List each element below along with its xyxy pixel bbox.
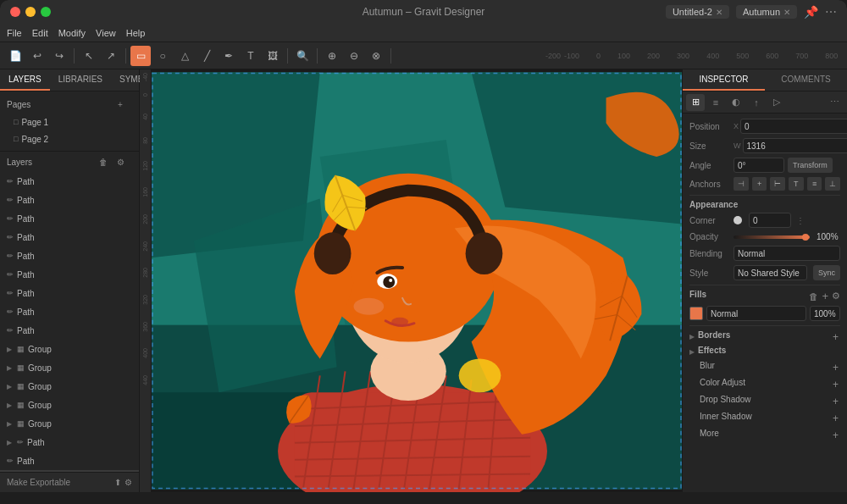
fill-color-swatch[interactable] [689,307,703,320]
export-icon-tab[interactable]: ↑ [747,94,766,111]
anchor-left-icon[interactable]: ⊣ [734,177,749,191]
redo-button[interactable]: ↪ [49,46,69,66]
line-tool[interactable]: ╱ [197,46,217,66]
transform-button[interactable]: Transform [788,158,833,173]
direct-select-tool[interactable]: ↗ [101,46,121,66]
menu-file[interactable]: File [7,28,22,38]
style-select[interactable]: No Shared Style [734,265,807,280]
image-tool[interactable]: 🖼 [263,46,283,66]
ellipse-tool[interactable]: ○ [152,46,173,66]
user-tab[interactable]: Autumun ✕ [736,5,797,19]
align-icon-tab[interactable]: ⊞ [686,94,705,111]
add-color-adjust-icon[interactable]: + [831,379,840,390]
add-drop-shadow-icon[interactable]: + [831,396,840,407]
layer-path-1[interactable]: ✏ Path [0,172,139,191]
fill-opacity-input[interactable] [810,306,840,321]
prototype-icon-tab[interactable]: ▷ [767,94,786,111]
expand-icon-4[interactable]: ▶ [7,402,15,409]
page-2-item[interactable]: □ Page 2 [0,130,139,147]
minimize-button[interactable] [25,7,36,17]
delete-fill-icon[interactable]: 🗑 [809,291,818,302]
angle-input[interactable] [734,158,784,173]
expand-icon-6[interactable]: ▶ [7,439,15,446]
add-border-icon[interactable]: + [831,331,840,343]
boolean-subtract[interactable]: ⊖ [344,46,364,66]
layer-path-3[interactable]: ✏ Path [0,209,139,228]
export-icon[interactable]: ⬆ [114,478,121,487]
layer-group-4[interactable]: ▶ ▦ Group [0,396,139,414]
expand-icon-5[interactable]: ▶ [7,420,15,428]
anchor-top-icon[interactable]: T [789,177,804,191]
add-fill-icon[interactable]: + [822,290,828,302]
close-button[interactable] [10,7,20,17]
user-tab-close-icon[interactable]: ✕ [783,8,790,17]
boolean-union[interactable]: ⊕ [322,46,342,66]
tab-layers[interactable]: LAYERS [0,69,50,91]
tab-inspector[interactable]: INSPECTOR [683,69,765,91]
anchor-bottom-icon[interactable]: ⊥ [825,177,840,191]
anchor-hcenter-icon[interactable]: + [752,177,767,191]
blending-select[interactable]: Normal [734,246,840,261]
opacity-slider[interactable] [734,235,810,239]
menu-modify[interactable]: Modify [58,28,86,38]
boolean-intersect[interactable]: ⊗ [366,46,386,66]
add-page-icon[interactable]: + [113,97,127,111]
layer-group-3[interactable]: ▶ ▦ Group [0,377,139,396]
add-blur-icon[interactable]: + [831,362,840,374]
fill-type-select[interactable]: Normal [706,306,806,321]
layer-path-11[interactable]: ✏ Path [0,451,139,470]
fill-settings-icon[interactable]: ⚙ [832,291,840,302]
layer-settings-icon[interactable]: ⚙ [113,155,127,169]
canvas-content[interactable] [152,69,682,492]
menu-help[interactable]: Help [126,28,146,38]
tab-libraries[interactable]: LIBRARIES [50,69,111,91]
x-input[interactable] [740,119,847,134]
anchor-vcenter-icon[interactable]: ≡ [807,177,822,191]
pen-tool[interactable]: ✒ [219,46,239,66]
make-exportable-label[interactable]: Make Exportable [7,478,70,487]
layer-group-2[interactable]: ▶ ▦ Group [0,358,139,377]
layer-path-7[interactable]: ✏ Path [0,284,139,302]
layer-group-5[interactable]: ▶ ▦ Group [0,414,139,433]
layer-path-5[interactable]: ✏ Path [0,246,139,265]
tab-close-icon[interactable]: ✕ [716,8,722,17]
pin-icon[interactable]: 📌 [804,5,818,19]
layer-path-8[interactable]: ✏ Path [0,302,139,321]
layer-path-6[interactable]: ✏ Path [0,265,139,284]
expand-icon-3[interactable]: ▶ [7,383,15,390]
settings-bottom-icon[interactable]: ⚙ [125,478,132,487]
more-inspector-icon[interactable]: ⋯ [825,94,844,111]
sync-button[interactable]: Sync [813,265,840,280]
borders-toggle[interactable]: ▶ Borders + [689,330,840,343]
layer-group-1[interactable]: ▶ ▦ Group [0,340,139,358]
layer-path-2[interactable]: ✏ Path [0,191,139,209]
polygon-tool[interactable]: △ [174,46,195,66]
maximize-button[interactable] [41,7,51,17]
more-icon[interactable]: ⋯ [825,5,837,19]
width-input[interactable] [743,138,848,153]
style-icon-tab[interactable]: ◐ [727,94,745,111]
expand-icon-1[interactable]: ▶ [7,346,15,353]
undo-button[interactable]: ↩ [27,46,47,66]
rectangle-tool[interactable]: ▭ [130,46,151,66]
page-1-item[interactable]: □ Page 1 [0,114,139,130]
menu-view[interactable]: View [96,28,116,38]
add-more-icon[interactable]: + [831,429,840,441]
anchor-right-icon[interactable]: ⊢ [770,177,785,191]
layer-path-10[interactable]: ▶ ✏ Path [0,433,139,451]
arrange-icon-tab[interactable]: ≡ [706,94,725,111]
expand-icon-2[interactable]: ▶ [7,364,15,372]
text-tool[interactable]: T [241,46,261,66]
effects-toggle[interactable]: ▶ Effects [689,346,840,358]
corner-options-icon[interactable]: ⋮ [796,216,805,225]
layer-path-4[interactable]: ✏ Path [0,228,139,246]
new-doc-button[interactable]: 📄 [5,46,25,66]
tab-comments[interactable]: COMMENTS [765,69,847,91]
document-tab[interactable]: Untitled-2 ✕ [666,5,729,19]
select-tool[interactable]: ↖ [79,46,99,66]
menu-edit[interactable]: Edit [32,28,48,38]
zoom-tool[interactable]: 🔍 [292,46,313,66]
layer-path-9[interactable]: ✏ Path [0,321,139,340]
corner-input[interactable] [749,213,791,228]
delete-selected-icon[interactable]: 🗑 [97,155,110,169]
